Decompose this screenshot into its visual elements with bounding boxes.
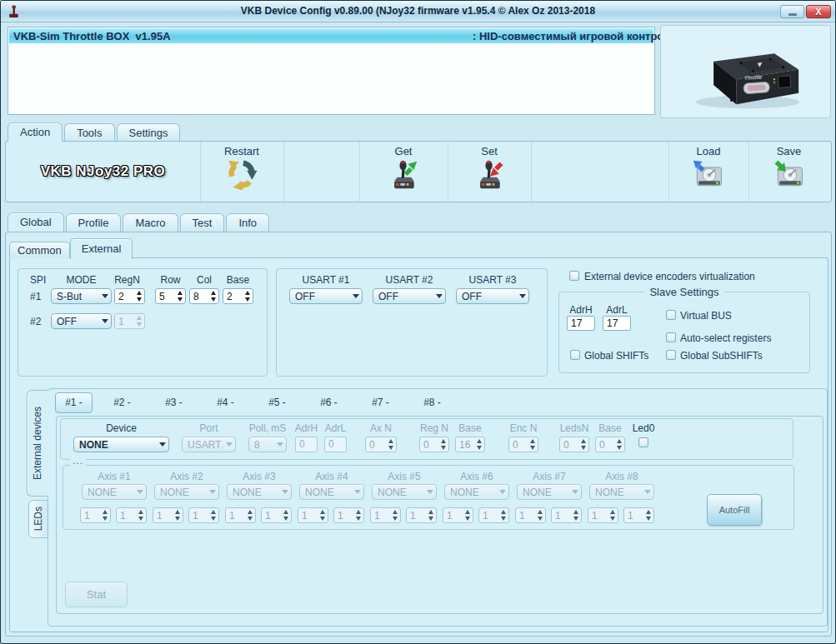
spi2-mode-dropdown[interactable]: OFF bbox=[51, 313, 112, 329]
set-button[interactable]: Set bbox=[448, 142, 531, 202]
toolbar-divider bbox=[531, 142, 532, 202]
device-tab-8[interactable]: #8 - bbox=[410, 393, 454, 412]
tab-external[interactable]: External bbox=[70, 238, 133, 259]
close-button[interactable]: X bbox=[806, 5, 831, 18]
tab-tools[interactable]: Tools bbox=[64, 123, 114, 142]
slave-settings-groupbox: Slave Settings AdrH AdrL 17 17 Virtual B… bbox=[558, 292, 810, 373]
spinner-arrows-icon[interactable] bbox=[614, 437, 624, 452]
tab-global[interactable]: Global bbox=[8, 212, 64, 232]
save-button[interactable]: Save bbox=[748, 142, 829, 202]
tab-profile[interactable]: Profile bbox=[66, 213, 122, 232]
auto-select-registers-label: Auto-select registers bbox=[680, 332, 771, 344]
base-header: Base bbox=[220, 274, 256, 286]
global-subshifts-checkbox[interactable] bbox=[666, 350, 676, 360]
side-tab-external-devices[interactable]: External devices bbox=[27, 390, 48, 497]
port-dropdown: USART1 bbox=[182, 437, 236, 452]
axis5-dropdown: NONE bbox=[372, 484, 437, 500]
spinner-arrows-icon[interactable] bbox=[208, 289, 218, 303]
axis1-label: Axis #1 bbox=[82, 471, 147, 482]
device-type: : HID-совместимый игровой контроллер bbox=[473, 30, 689, 42]
device-tab-4[interactable]: #4 - bbox=[203, 393, 248, 412]
spi1-label: #1 bbox=[30, 291, 41, 302]
dropdown-arrow-icon bbox=[433, 294, 445, 298]
spinner-arrows-icon bbox=[281, 508, 291, 522]
encn-spinner[interactable]: 0 bbox=[508, 437, 538, 452]
spinner-arrows-icon[interactable] bbox=[386, 437, 396, 452]
axis4-spinner-a: 1 bbox=[298, 507, 328, 523]
auto-select-registers-checkbox[interactable] bbox=[666, 332, 676, 342]
spinner-arrows-icon[interactable] bbox=[528, 437, 538, 452]
adrl-input[interactable]: 17 bbox=[603, 316, 631, 331]
usart1-dropdown[interactable]: OFF bbox=[289, 288, 363, 304]
device-tab-strip: #1 - #2 - #3 - #4 - #5 - #6 - #7 - #8 - bbox=[55, 392, 454, 413]
adrh-input[interactable]: 17 bbox=[567, 316, 595, 331]
adrh-label: AdrH bbox=[566, 304, 596, 316]
spinner-arrows-icon[interactable] bbox=[474, 437, 484, 452]
load-button[interactable]: Load bbox=[668, 142, 748, 202]
spinner-arrows-icon bbox=[643, 508, 653, 522]
spinner-arrows-icon[interactable] bbox=[243, 289, 253, 303]
encoders-virtualization-checkbox[interactable] bbox=[569, 271, 579, 281]
action-toolbar: VKB NJoy32 PRO Restart Get bbox=[5, 141, 832, 202]
usart3-dropdown[interactable]: OFF bbox=[456, 288, 529, 304]
device-tab-6[interactable]: #6 - bbox=[307, 393, 351, 412]
ext-base-spinner[interactable]: 16 bbox=[455, 437, 485, 452]
axis6-spinner-b: 1 bbox=[478, 507, 509, 523]
axis5-spinner-b: 1 bbox=[406, 507, 437, 523]
spi1-row-spinner[interactable]: 5 bbox=[155, 288, 186, 304]
usart2-dropdown[interactable]: OFF bbox=[373, 288, 446, 304]
spinner-arrows-icon[interactable] bbox=[438, 437, 448, 452]
device-tab-3[interactable]: #3 - bbox=[152, 393, 196, 412]
spinner-arrows-icon[interactable] bbox=[134, 289, 144, 303]
spi1-mode-dropdown[interactable]: S-But bbox=[51, 288, 112, 304]
tab-action[interactable]: Action bbox=[8, 122, 63, 142]
axis3-label: Axis #3 bbox=[227, 471, 292, 482]
spinner-arrows-icon bbox=[100, 508, 110, 522]
led0-checkbox[interactable] bbox=[638, 437, 648, 447]
ledsn-spinner[interactable]: 0 bbox=[559, 437, 589, 452]
dropdown-arrow-icon bbox=[423, 490, 436, 494]
axis4-dropdown: NONE bbox=[299, 484, 364, 500]
dropdown-arrow-icon bbox=[278, 490, 291, 494]
tab-settings[interactable]: Settings bbox=[117, 123, 181, 142]
spi1-base-spinner[interactable]: 2 bbox=[223, 288, 253, 304]
side-tab-leds[interactable]: LEDs bbox=[28, 500, 48, 538]
virtual-bus-checkbox[interactable] bbox=[666, 310, 676, 320]
axis1-spinner-b: 1 bbox=[116, 507, 147, 523]
spi1-regn-spinner[interactable]: 2 bbox=[114, 288, 145, 304]
axn-spinner[interactable]: 0 bbox=[365, 437, 397, 452]
axis7-spinner-b: 1 bbox=[551, 507, 582, 523]
device-tab-5[interactable]: #5 - bbox=[255, 393, 299, 412]
title-bar: VKB Device Config v0.89.00 (NJoy32 firmw… bbox=[1, 1, 835, 22]
autofill-button[interactable]: AutoFill bbox=[707, 494, 762, 526]
spinner-arrows-icon[interactable] bbox=[578, 437, 588, 452]
spinner-arrows-icon[interactable] bbox=[175, 289, 185, 303]
ext-regn-spinner[interactable]: 0 bbox=[419, 437, 449, 452]
stat-button[interactable]: Stat bbox=[65, 582, 128, 607]
tab-test[interactable]: Test bbox=[180, 213, 225, 232]
tab-common[interactable]: Common bbox=[9, 242, 70, 258]
spi-groupbox: SPI MODE RegN Row Col Base #1 S-But 2 5 … bbox=[18, 268, 268, 377]
tab-macro[interactable]: Macro bbox=[123, 213, 178, 232]
dropdown-arrow-icon bbox=[349, 294, 362, 298]
device-tab-2[interactable]: #2 - bbox=[100, 393, 144, 412]
global-subshifts-label: Global SubSHIFTs bbox=[680, 350, 763, 362]
global-shifts-checkbox[interactable] bbox=[570, 350, 580, 360]
axn-label: Ax N bbox=[360, 422, 402, 434]
encn-label: Enc N bbox=[503, 422, 544, 434]
tab-info[interactable]: Info bbox=[226, 213, 269, 232]
device-dropdown[interactable]: NONE bbox=[73, 437, 169, 452]
device-tab-1[interactable]: #1 - bbox=[55, 392, 93, 413]
device-tab-7[interactable]: #7 - bbox=[358, 393, 403, 412]
spi1-col-spinner[interactable]: 8 bbox=[189, 288, 219, 304]
dropdown-arrow-icon bbox=[496, 490, 508, 494]
dropdown-arrow-icon bbox=[156, 442, 168, 447]
get-button[interactable]: Get bbox=[359, 142, 448, 202]
axis8-spinner-a: 1 bbox=[588, 507, 618, 523]
leds-base-spinner[interactable]: 0 bbox=[595, 437, 625, 452]
spinner-arrows-icon bbox=[134, 314, 144, 328]
minimize-button[interactable] bbox=[780, 5, 804, 18]
device-list-row[interactable]: VKB-Sim Throttle BOX v1.95A : HID-совмес… bbox=[9, 28, 653, 43]
restart-button[interactable]: Restart bbox=[200, 142, 283, 202]
axis-group-dots-label: ... bbox=[70, 455, 86, 467]
